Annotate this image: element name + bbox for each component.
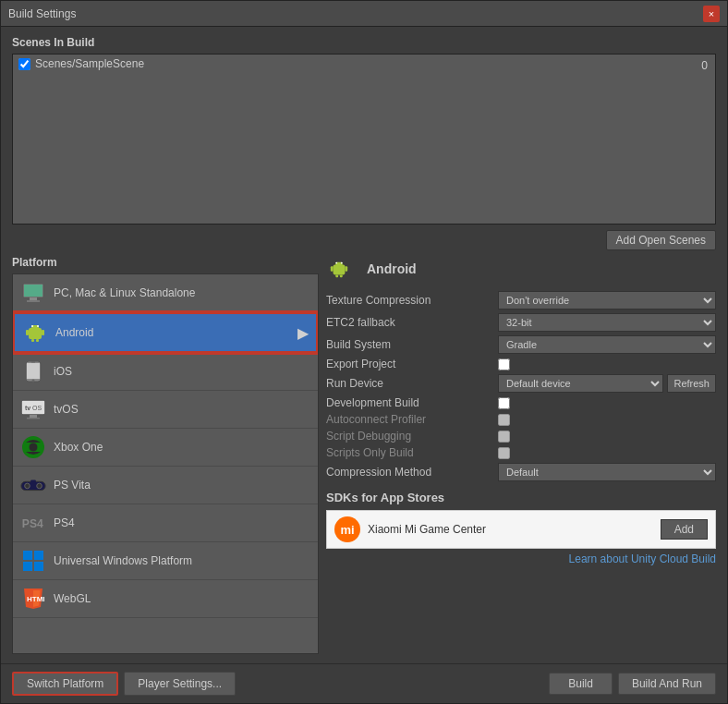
sdk-item-name: Xiaomi Mi Game Center (368, 523, 653, 536)
platform-item-psvita[interactable]: PS Vita (13, 467, 318, 504)
build-settings-window: Build Settings × Scenes In Build Scenes/… (0, 0, 728, 704)
svg-point-14 (32, 380, 35, 382)
development-build-label: Development Build (326, 396, 492, 409)
sdk-section: SDKs for App Stores mi Xiaomi Mi Game Ce… (326, 491, 716, 549)
platform-item-uwp[interactable]: Universal Windows Platform (13, 542, 318, 580)
platform-item-pc[interactable]: PC, Mac & Linux Standalone (13, 274, 318, 312)
add-open-scenes-button[interactable]: Add Open Scenes (606, 230, 716, 250)
svg-rect-8 (26, 330, 29, 335)
autoconnect-profiler-checkbox-row (498, 414, 716, 426)
refresh-button[interactable]: Refresh (667, 374, 716, 393)
compression-method-select[interactable]: Default (498, 463, 716, 481)
texture-compression-select[interactable]: Don't override (498, 291, 716, 310)
build-system-select[interactable]: Gradle (498, 335, 716, 354)
svg-rect-10 (31, 339, 34, 342)
psvita-icon (20, 472, 46, 498)
platform-left: Platform PC, Mac & Linux Standalo (12, 256, 319, 654)
switch-platform-button[interactable]: Switch Platform (12, 672, 118, 696)
android-settings-panel: Android Texture Compression Don't overri… (326, 256, 716, 654)
bottom-bar: Switch Platform Player Settings... Build… (1, 663, 727, 703)
scripts-only-build-label: Scripts Only Build (326, 446, 492, 459)
android-header-icon (326, 256, 352, 282)
etc2-fallback-select[interactable]: 32-bit (498, 313, 716, 332)
scene-name: Scenes/SampleScene (35, 57, 144, 70)
platform-list[interactable]: PC, Mac & Linux Standalone (12, 273, 319, 654)
ps4-icon: PS4 (20, 510, 46, 536)
platform-item-html[interactable]: HTML WebGL (13, 580, 318, 618)
svg-text:OS: OS (32, 405, 42, 411)
bottom-left: Switch Platform Player Settings... (12, 672, 236, 696)
svg-rect-15 (31, 361, 35, 363)
tvos-icon: tv OS (20, 396, 46, 422)
scene-item: Scenes/SampleScene 0 (13, 55, 715, 73)
close-button[interactable]: × (703, 6, 720, 22)
main-content: Scenes In Build Scenes/SampleScene 0 Add… (1, 27, 727, 663)
platform-label-xbox: Xbox One (54, 441, 103, 454)
sdk-item: mi Xiaomi Mi Game Center Add (326, 510, 716, 549)
export-project-checkbox-row (498, 358, 716, 370)
platform-label-html: WebGL (54, 592, 91, 605)
run-device-select[interactable]: Default device (498, 374, 663, 393)
scenes-section-label: Scenes In Build (12, 36, 716, 49)
platform-item-xbox[interactable]: Xbox One (13, 429, 318, 467)
add-open-scenes-row: Add Open Scenes (12, 230, 716, 250)
svg-rect-19 (27, 418, 40, 419)
scene-checkbox[interactable] (18, 58, 30, 70)
svg-rect-1 (30, 297, 37, 300)
svg-text:PS4: PS4 (22, 517, 43, 530)
svg-point-25 (25, 483, 30, 489)
svg-rect-3 (24, 285, 42, 297)
script-debugging-label: Script Debugging (326, 430, 492, 443)
svg-rect-11 (36, 339, 39, 342)
development-build-checkbox[interactable] (498, 397, 510, 409)
ios-icon (20, 358, 46, 384)
xbox-icon (20, 434, 46, 460)
svg-rect-40 (331, 266, 334, 272)
settings-grid: Texture Compression Don't override ETC2 … (326, 291, 716, 481)
platform-label-tvos: tvOS (54, 403, 79, 416)
svg-point-6 (31, 325, 33, 327)
svg-text:tv: tv (25, 405, 30, 411)
platform-label-ios: iOS (54, 365, 72, 378)
etc2-fallback-label: ETC2 fallback (326, 316, 492, 329)
cloud-build-link[interactable]: Learn about Unity Cloud Build (326, 552, 716, 565)
texture-compression-label: Texture Compression (326, 294, 492, 307)
platform-item-ps4[interactable]: PS4 PS4 (13, 504, 318, 542)
platform-label-psvita: PS Vita (54, 479, 91, 492)
svg-rect-41 (345, 266, 347, 272)
svg-rect-31 (23, 562, 32, 571)
run-device-label: Run Device (326, 377, 492, 390)
scripts-only-build-checkbox[interactable] (498, 447, 510, 459)
player-settings-button[interactable]: Player Settings... (124, 672, 236, 696)
platform-label-pc: PC, Mac & Linux Standalone (54, 286, 195, 299)
sdk-add-button[interactable]: Add (661, 519, 708, 540)
uwp-icon (20, 548, 46, 574)
development-build-checkbox-row (498, 397, 716, 409)
svg-rect-2 (27, 300, 40, 302)
android-icon (22, 320, 48, 346)
svg-rect-32 (34, 562, 43, 571)
unity-logo-icon: ▶ (297, 324, 309, 342)
platform-item-tvos[interactable]: tv OS tvOS (13, 391, 318, 429)
export-project-label: Export Project (326, 358, 492, 370)
build-and-run-button[interactable]: Build And Run (618, 673, 716, 695)
build-system-label: Build System (326, 338, 492, 351)
run-device-row: Default device Refresh (498, 374, 716, 393)
autoconnect-profiler-checkbox[interactable] (498, 414, 510, 426)
platform-item-android[interactable]: Android ▶ (13, 312, 318, 353)
autoconnect-profiler-label: Autoconnect Profiler (326, 413, 492, 426)
build-button[interactable]: Build (549, 673, 613, 695)
script-debugging-checkbox[interactable] (498, 431, 510, 443)
export-project-checkbox[interactable] (498, 358, 510, 370)
window-title: Build Settings (8, 7, 76, 20)
bottom-right: Build Build And Run (549, 673, 716, 695)
svg-point-7 (37, 325, 39, 327)
scene-index: 0 (701, 59, 708, 72)
svg-rect-18 (30, 415, 37, 418)
svg-rect-43 (340, 274, 343, 277)
android-header: Android (326, 256, 716, 282)
platform-item-ios[interactable]: iOS (13, 353, 318, 391)
pc-icon (20, 280, 46, 306)
platform-label: Platform (12, 256, 319, 269)
svg-rect-30 (34, 551, 43, 560)
